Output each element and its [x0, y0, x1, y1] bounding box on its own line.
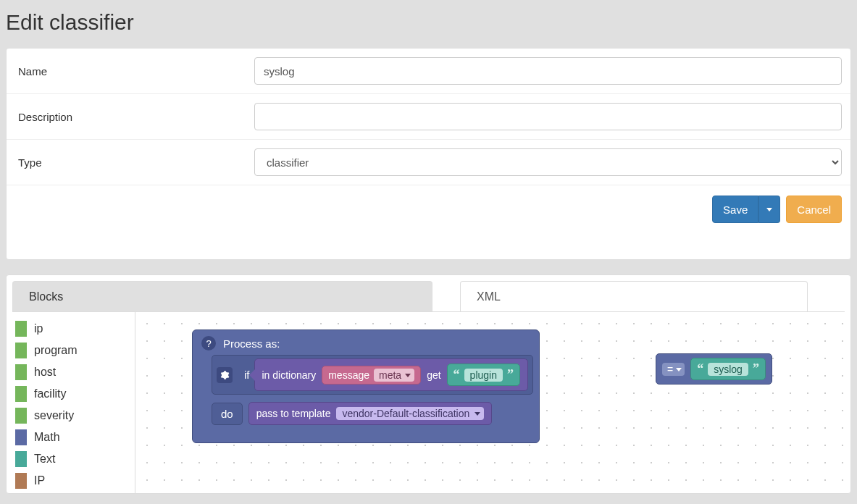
- equals-block[interactable]: = “ syslog ”: [656, 353, 772, 385]
- editor-panel: Blocks XML ip program host facility: [6, 274, 851, 494]
- syslog-chip[interactable]: “ syslog ”: [690, 358, 766, 380]
- caret-down-icon: [766, 208, 772, 211]
- process-foot: [198, 425, 533, 438]
- process-block[interactable]: ? Process as: if in dictionary message m…: [192, 329, 540, 443]
- palette-label: Math: [34, 431, 60, 444]
- palette-label: ip: [34, 322, 43, 335]
- equals-dropdown[interactable]: =: [662, 363, 685, 376]
- swatch-icon: [15, 364, 27, 380]
- tab-xml[interactable]: XML: [460, 281, 808, 311]
- chevron-down-icon: [405, 374, 411, 377]
- type-select[interactable]: classifier: [254, 148, 842, 176]
- meta-dropdown[interactable]: meta: [374, 369, 414, 382]
- in-dictionary-label: in dictionary: [262, 369, 317, 381]
- description-input[interactable]: [254, 103, 842, 130]
- message-chip[interactable]: message meta: [322, 366, 421, 385]
- do-keyword: do: [212, 403, 243, 425]
- workspace: ip program host facility severity Math: [12, 312, 845, 493]
- plugin-value: plugin: [464, 369, 503, 382]
- swatch-icon: [15, 386, 27, 402]
- row-name: Name: [7, 49, 850, 94]
- palette-item-ip-field[interactable]: ip: [12, 318, 135, 340]
- tab-blocks[interactable]: Blocks: [12, 281, 432, 311]
- swatch-icon: [15, 473, 27, 489]
- palette-item-math[interactable]: Math: [12, 427, 135, 448]
- palette: ip program host facility severity Math: [12, 312, 135, 493]
- save-button[interactable]: Save: [712, 196, 758, 223]
- pass-template-block[interactable]: pass to template vendor-Default-classifi…: [248, 402, 493, 425]
- template-value: vendor-Default-classification: [342, 408, 469, 419]
- gear-svg: [220, 370, 230, 380]
- process-as-label: Process as:: [223, 337, 280, 350]
- swatch-icon: [15, 343, 27, 358]
- row-type: Type classifier: [7, 140, 850, 185]
- gear-icon[interactable]: [217, 367, 233, 383]
- palette-item-facility[interactable]: facility: [12, 383, 135, 405]
- palette-item-program[interactable]: program: [12, 340, 135, 361]
- palette-label: IP: [34, 474, 45, 487]
- swatch-icon: [15, 321, 27, 337]
- form-panel: Name Description Type classifier Save Ca…: [6, 48, 851, 260]
- palette-item-ip-cat[interactable]: IP: [12, 470, 135, 492]
- equals-label: =: [667, 364, 673, 375]
- process-head: ? Process as:: [198, 335, 533, 355]
- palette-label: facility: [34, 387, 66, 400]
- swatch-icon: [15, 451, 27, 467]
- label-description: Description: [15, 111, 254, 123]
- chevron-down-icon: [676, 368, 682, 371]
- pass-to-template-label: pass to template: [256, 408, 331, 419]
- dictionary-block[interactable]: in dictionary message meta get “ plugin: [254, 358, 528, 391]
- get-label: get: [427, 369, 440, 381]
- chevron-down-icon: [475, 412, 480, 416]
- open-quote-icon: “: [697, 361, 703, 377]
- if-wrap[interactable]: if in dictionary message meta get: [212, 355, 533, 395]
- palette-item-severity[interactable]: severity: [12, 405, 135, 427]
- label-name: Name: [15, 65, 254, 77]
- palette-label: program: [34, 344, 78, 357]
- save-dropdown-button[interactable]: [758, 196, 780, 223]
- meta-value: meta: [379, 369, 401, 381]
- actions: Save Cancel: [7, 185, 850, 259]
- cancel-button[interactable]: Cancel: [786, 196, 842, 223]
- message-label: message: [328, 369, 369, 381]
- page-title: Edit classifier: [0, 0, 857, 48]
- palette-label: host: [34, 366, 56, 379]
- palette-label: Text: [34, 453, 55, 466]
- template-dropdown[interactable]: vendor-Default-classification: [336, 407, 484, 420]
- row-description: Description: [7, 94, 850, 140]
- canvas[interactable]: ? Process as: if in dictionary message m…: [135, 312, 845, 493]
- plugin-chip[interactable]: “ plugin ”: [447, 364, 520, 386]
- close-quote-icon: ”: [753, 361, 759, 377]
- label-type: Type: [15, 156, 254, 169]
- swatch-icon: [15, 429, 27, 445]
- swatch-icon: [15, 408, 27, 424]
- help-icon[interactable]: ?: [201, 336, 216, 350]
- do-row: do pass to template vendor-Default-class…: [212, 402, 533, 425]
- syslog-value: syslog: [708, 363, 748, 376]
- name-input[interactable]: [254, 57, 842, 85]
- save-group: Save: [712, 196, 780, 223]
- palette-item-text[interactable]: Text: [12, 448, 135, 470]
- palette-item-host[interactable]: host: [12, 361, 135, 383]
- close-quote-icon: ”: [507, 367, 514, 382]
- palette-label: severity: [34, 409, 74, 422]
- open-quote-icon: “: [453, 367, 460, 382]
- tabs: Blocks XML: [12, 281, 845, 312]
